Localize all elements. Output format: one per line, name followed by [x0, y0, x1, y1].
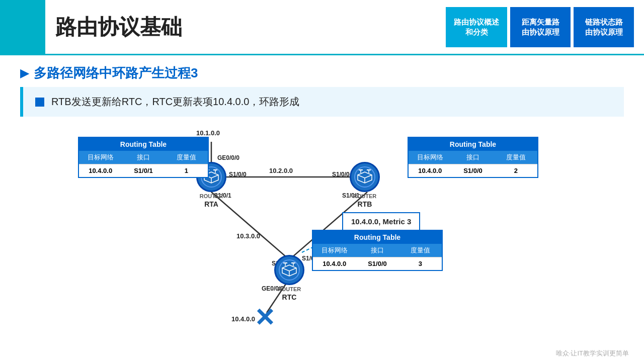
rt-rta-row-0: 10.4.0.0 S1/0/1 1	[79, 164, 208, 177]
rt-rtb-cols: 目标网络 接口 度量值	[409, 151, 537, 164]
header-accent	[0, 0, 45, 54]
net-label-bottom: 10.4.0.0	[231, 315, 255, 323]
rt-rtc-row-0: 10.4.0.0 S1/0/0 3	[313, 257, 442, 270]
bullet-icon	[35, 98, 44, 107]
footer: 唯众·让IT教学实训更简单	[556, 349, 629, 358]
description-box: RTB发送更新给RTC，RTC更新表项10.4.0.0，环路形成	[20, 87, 624, 117]
rt-rta-col-1: 接口	[122, 151, 165, 164]
router-rta-label: ROUTER	[200, 193, 223, 199]
rt-rtc-cols: 目标网络 接口 度量值	[313, 244, 442, 257]
rt-rtb-cell-0-2: 2	[495, 164, 537, 177]
if-label-rtb-s100: S1/0/0	[332, 171, 350, 178]
header: 路由协议基础 路由协议概述和分类 距离矢量路由协议原理 链路状态路由协议原理	[0, 0, 644, 55]
router-rtc: ROUTER RTC	[274, 255, 304, 301]
router-rtb-label: ROUTER	[353, 193, 376, 199]
metric-box: 10.4.0.0, Metric 3	[342, 212, 420, 231]
rt-rta-cell-0-0: 10.4.0.0	[79, 164, 122, 177]
rt-rtb-header: Routing Table	[409, 138, 537, 151]
rt-rtb-col-0: 目标网络	[409, 151, 451, 164]
header-nav: 路由协议概述和分类 距离矢量路由协议原理 链路状态路由协议原理	[446, 0, 644, 54]
net-label-middle: 10.2.0.0	[269, 167, 293, 174]
router-rtb-name: RTB	[358, 200, 372, 208]
rt-rtb-row-0: 10.4.0.0 S1/0/0 2	[409, 164, 537, 177]
rt-rtb-col-1: 接口	[451, 151, 494, 164]
rt-rta-cols: 目标网络 接口 度量值	[79, 151, 208, 164]
rt-rtb-cell-0-0: 10.4.0.0	[409, 164, 451, 177]
nav-btn-3[interactable]: 链路状态路由协议原理	[574, 7, 634, 47]
rt-rtc-cell-0-1: S1/0/0	[356, 257, 398, 270]
rt-rta-cell-0-1: S1/0/1	[122, 164, 165, 177]
nav-btn-1[interactable]: 路由协议概述和分类	[446, 7, 507, 47]
router-rta-name: RTA	[204, 200, 218, 208]
rt-rta-cell-0-2: 1	[165, 164, 208, 177]
rt-rtc-cell-0-2: 3	[399, 257, 442, 270]
rt-rta-header: Routing Table	[79, 138, 208, 151]
rt-rtc-col-1: 接口	[356, 244, 398, 257]
rt-rtb-col-2: 度量值	[495, 151, 537, 164]
rt-rtb-cell-0-1: S1/0/0	[451, 164, 494, 177]
routing-table-rtc: Routing Table 目标网络 接口 度量值 10.4.0.0 S1/0/…	[312, 230, 443, 271]
router-rtb-icon	[350, 162, 380, 192]
net-label-bottom-left: 10.3.0.0	[236, 232, 260, 240]
router-rtc-icon	[274, 255, 304, 285]
x-mark-icon: ✕	[254, 305, 275, 330]
rt-rtc-col-0: 目标网络	[313, 244, 356, 257]
header-title-area: 路由协议基础	[45, 0, 446, 54]
diagram: 10.1.0.0 10.2.0.0 10.3.0.0 10.4.0.0 GE0/…	[0, 127, 644, 353]
net-label-top: 10.1.0.0	[196, 129, 220, 137]
rt-rtc-header: Routing Table	[313, 231, 442, 244]
rt-rtc-col-2: 度量值	[399, 244, 442, 257]
if-label-rta-ge: GE0/0/0	[217, 154, 239, 161]
rt-rta-col-0: 目标网络	[79, 151, 122, 164]
description-text: RTB发送更新给RTC，RTC更新表项10.4.0.0，环路形成	[51, 95, 299, 109]
router-rtc-label: ROUTER	[278, 286, 301, 292]
router-rtb: ROUTER RTB	[350, 162, 380, 208]
routing-table-rta: Routing Table 目标网络 接口 度量值 10.4.0.0 S1/0/…	[78, 137, 209, 178]
nav-btn-2[interactable]: 距离矢量路由协议原理	[510, 7, 571, 47]
rt-rtc-cell-0-0: 10.4.0.0	[313, 257, 356, 270]
section-title: 多路径网络中环路产生过程3	[0, 55, 644, 87]
routing-table-rtb: Routing Table 目标网络 接口 度量值 10.4.0.0 S1/0/…	[408, 137, 538, 178]
page-title: 路由协议基础	[55, 13, 182, 41]
rt-rta-col-2: 度量值	[165, 151, 208, 164]
router-rtc-name: RTC	[282, 293, 297, 301]
if-label-rta-s100: S1/0/0	[229, 171, 247, 178]
